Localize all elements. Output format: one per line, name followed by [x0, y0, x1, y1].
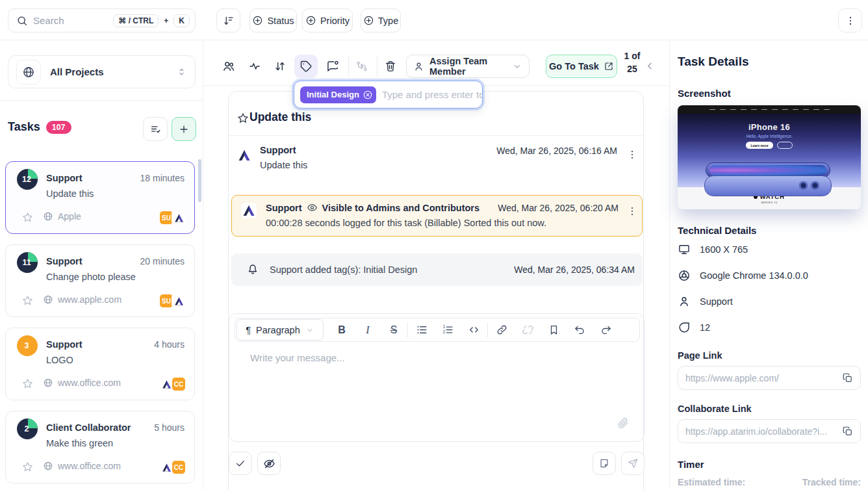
tag-icon[interactable]: [294, 55, 318, 78]
more-options-button[interactable]: [838, 8, 862, 32]
code-button[interactable]: [461, 319, 487, 341]
activity-date: Wed, Mar 26, 2025, 06:34 AM: [514, 264, 635, 275]
comment-menu-icon[interactable]: [626, 149, 638, 161]
sort-list-button[interactable]: [143, 117, 168, 141]
task-detail-card: Update this Support Update this Wed, Mar…: [228, 91, 644, 490]
link-button[interactable]: [489, 319, 515, 341]
sort-tasks-button[interactable]: [216, 8, 240, 32]
copy-icon[interactable]: [842, 372, 853, 383]
avatar-cc: CC: [172, 460, 186, 474]
message-input[interactable]: Write your message...: [250, 352, 345, 363]
tag-input-popup[interactable]: Initial Design Type and press enter to c…: [294, 81, 483, 109]
sort-order-icon[interactable]: [268, 55, 292, 78]
comment-menu-icon[interactable]: [626, 205, 638, 217]
star-icon[interactable]: [21, 211, 34, 224]
editor-toolbar: ¶ Paragraph B I S: [235, 318, 640, 342]
assignee-value: Support: [700, 296, 733, 307]
task-timer-badge: 12: [17, 169, 38, 190]
globe-icon: [43, 378, 53, 388]
project-selector[interactable]: All Projects: [8, 55, 196, 88]
reassign-branch-icon[interactable]: [350, 55, 374, 78]
task-card-3[interactable]: 3 Support 4 hours LOGO www.office.com CC: [5, 328, 195, 400]
attachment-paperclip-icon[interactable]: [617, 417, 630, 430]
title-divider: [229, 135, 645, 136]
visibility-eye-icon: [307, 202, 318, 213]
browser-row: Google Chrome 134.0.0.0: [678, 269, 808, 282]
comment-status-icon[interactable]: [321, 55, 344, 78]
redo-button[interactable]: [593, 319, 619, 341]
star-icon[interactable]: [21, 461, 34, 473]
paragraph-style-select[interactable]: ¶ Paragraph: [236, 319, 324, 341]
list-check-icon: [149, 123, 162, 135]
task-screenshot-preview[interactable]: iPhone 16 Hello, Apple Intelligence. Lea…: [678, 105, 861, 209]
ordered-list-button[interactable]: [435, 319, 461, 341]
unlink-button[interactable]: [515, 319, 541, 341]
internal-note-eye-off-button[interactable]: [257, 452, 281, 475]
top-bar: Search ⌘ / CTRL + K Status Priority Type: [0, 0, 868, 40]
comment-author: Support: [266, 203, 302, 213]
filter-priority-button[interactable]: Priority: [302, 8, 353, 32]
star-icon[interactable]: [21, 294, 34, 307]
editor-divider: [407, 322, 408, 338]
search-input[interactable]: Search ⌘ / CTRL + K: [8, 8, 196, 32]
send-button[interactable]: [621, 452, 645, 475]
activity-icon[interactable]: [243, 55, 266, 78]
bookmark-button[interactable]: [541, 319, 567, 341]
task-site: www.office.com: [58, 461, 121, 471]
task-avatars: CC: [159, 377, 186, 391]
message-editor: ¶ Paragraph B I S Write your message...: [229, 313, 645, 442]
add-task-button[interactable]: [172, 117, 196, 141]
search-placeholder: Search: [33, 15, 108, 26]
plus-icon: [178, 123, 190, 135]
avatar-cc: CC: [172, 377, 186, 391]
bold-button[interactable]: B: [329, 319, 355, 341]
filter-type-button[interactable]: Type: [361, 8, 401, 32]
tasks-count-badge: 107: [46, 121, 71, 134]
task-list-scrollbar[interactable]: [198, 159, 201, 202]
page-link-label: Page Link: [678, 350, 722, 361]
page-link-field[interactable]: https://www.apple.com/: [678, 366, 861, 390]
task-time: 20 minutes: [140, 256, 185, 266]
bullet-list-button[interactable]: [409, 319, 435, 341]
plus-circle-icon: [252, 15, 263, 26]
strikethrough-button[interactable]: S: [381, 319, 407, 341]
delete-task-icon[interactable]: [379, 55, 402, 78]
task-timer-badge: 11: [17, 252, 38, 273]
watch-series: SERIES 10: [761, 201, 778, 204]
task-title: Change photo please: [46, 272, 136, 282]
comment-body: Update this: [260, 160, 307, 170]
chevron-updown-icon: [176, 66, 187, 77]
italic-button[interactable]: I: [355, 319, 381, 341]
sidebar-divider: [0, 100, 203, 101]
remove-tag-icon[interactable]: [363, 90, 373, 100]
toolbar-divider: [348, 56, 349, 77]
star-icon[interactable]: [21, 378, 34, 390]
send-icon: [627, 458, 639, 469]
favorite-star-icon[interactable]: [236, 112, 249, 125]
estimated-time-label: Estimated time:: [678, 477, 745, 487]
task-time: 18 minutes: [140, 173, 185, 183]
task-details-panel: Task Details Screenshot iPhone 16 Hello,…: [669, 40, 868, 490]
assign-users-icon[interactable]: [217, 55, 240, 78]
go-to-task-button[interactable]: Go To Task: [546, 55, 617, 78]
collaborate-link-value: https://app.atarim.io/collaborate?i...: [685, 426, 842, 437]
atarim-logo-avatar: [172, 294, 186, 308]
assign-team-member-select[interactable]: Assign Team Member: [406, 55, 530, 78]
previous-task-chevron[interactable]: [644, 60, 656, 72]
browser-value: Google Chrome 134.0.0.0: [700, 270, 808, 281]
task-site: www.office.com: [58, 378, 121, 388]
task-card-2[interactable]: 2 Client Collaborator 5 hours Make this …: [5, 411, 195, 484]
resolve-check-button[interactable]: [229, 452, 252, 475]
timer-heading: Timer: [678, 459, 704, 470]
note-button[interactable]: [593, 452, 616, 475]
undo-button[interactable]: [567, 319, 593, 341]
task-card-12[interactable]: 12 Support 18 minutes Update this Apple …: [5, 161, 195, 234]
page-link-value: https://www.apple.com/: [685, 373, 842, 383]
tag-chip-initial-design[interactable]: Initial Design: [300, 86, 376, 103]
technical-details-heading: Technical Details: [678, 225, 756, 236]
collaborate-link-field[interactable]: https://app.atarim.io/collaborate?i...: [678, 419, 861, 443]
copy-icon[interactable]: [842, 426, 853, 437]
filter-status-button[interactable]: Status: [249, 8, 297, 32]
task-card-11[interactable]: 11 Support 20 minutes Change photo pleas…: [5, 244, 195, 317]
tasks-heading: Tasks: [8, 120, 40, 134]
